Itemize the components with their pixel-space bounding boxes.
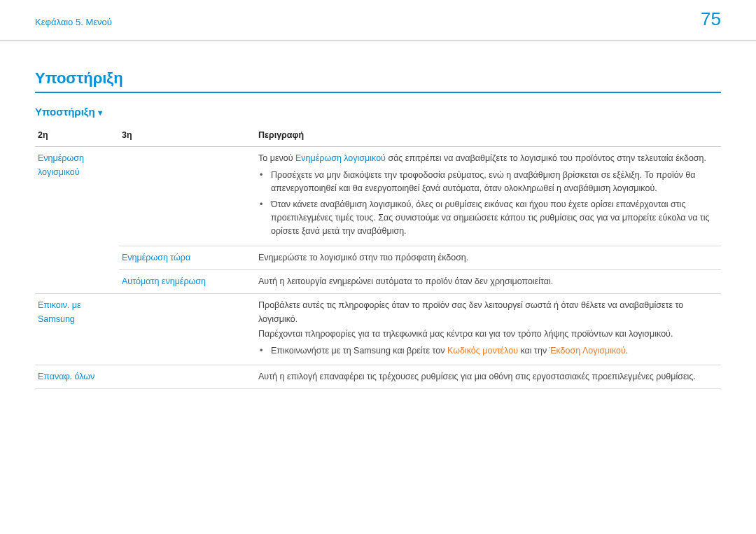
col-header-2: 2η: [35, 125, 119, 147]
chapter-label: Κεφάλαιο 5. Μενού: [35, 17, 112, 27]
contact-sw-version: Έκδοση Λογισμικού: [550, 346, 626, 356]
cell-reset-desc: Αυτή η επιλογή επαναφέρει τις τρέχουσες …: [255, 365, 721, 388]
main-title: Υποστήριξη: [35, 69, 721, 93]
contact-bullets: Επικοινωνήστε με τη Samsung και βρείτε τ…: [258, 344, 718, 358]
contact-p1: Προβάλετε αυτές τις πληροφορίες όταν το …: [258, 299, 718, 326]
row-auto-update: Αυτόματη ενημέρωση Αυτή η λειτουργία ενη…: [35, 270, 721, 294]
cell-auto-update-label: Αυτόματη ενημέρωση: [119, 270, 255, 294]
intro-link: Ενημέρωση λογισμικού: [295, 153, 386, 163]
bullet-2: Όταν κάνετε αναβάθμιση λογισμικού, όλες …: [268, 198, 718, 239]
intro-post: σάς επιτρέπει να αναβαθμίζετε το λογισμι…: [386, 153, 706, 163]
cell-reset-label: Επαναφ. όλων: [35, 365, 119, 388]
cell-update-now-label: Ενημέρωση τώρα: [119, 246, 255, 269]
sw-update-intro: Το μενού Ενημέρωση λογισμικού σάς επιτρέ…: [258, 152, 718, 165]
cell-update-now-desc: Ενημερώστε το λογισμικό στην πιο πρόσφατ…: [255, 246, 721, 269]
contact-b-post: .: [626, 346, 628, 356]
row-update-now: Ενημέρωση τώρα Ενημερώστε το λογισμικό σ…: [35, 246, 721, 269]
page-header: Κεφάλαιο 5. Μενού 75: [0, 0, 756, 41]
contact-b-mid: και την: [518, 346, 550, 356]
bullet-1: Προσέχετε να μην διακόψετε την τροφοδοσί…: [268, 169, 718, 196]
cell-empty: [35, 270, 119, 294]
row-software-update: Ενημέρωση λογισμικού Το μενού Ενημέρωση …: [35, 147, 721, 246]
sw-update-bullets: Προσέχετε να μην διακόψετε την τροφοδοσί…: [258, 169, 718, 239]
contact-bullet: Επικοινωνήστε με τη Samsung και βρείτε τ…: [268, 344, 718, 358]
cell-contact-desc: Προβάλετε αυτές τις πληροφορίες όταν το …: [255, 294, 721, 365]
row-reset-all: Επαναφ. όλων Αυτή η επιλογή επαναφέρει τ…: [35, 365, 721, 388]
chevron-down-icon: ▼: [97, 108, 104, 117]
cell-empty: [35, 246, 119, 269]
row-contact-samsung: Επικοιν. με Samsung Προβάλετε αυτές τις …: [35, 294, 721, 365]
content-area: Υποστήριξη Υποστήριξη▼ 2η 3η Περιγραφή Ε…: [0, 41, 756, 389]
sub-title-text: Υποστήριξη: [35, 106, 95, 118]
cell-contact-label: Επικοιν. με Samsung: [35, 294, 119, 365]
contact-p2: Παρέχονται πληροφορίες για τα τηλεφωνικά…: [258, 328, 718, 341]
col-header-3: 3η: [119, 125, 255, 147]
intro-pre: Το μενού: [258, 153, 295, 163]
contact-model-code: Κωδικός μοντέλου: [447, 346, 518, 356]
support-table: 2η 3η Περιγραφή Ενημέρωση λογισμικού Το …: [35, 125, 721, 389]
sub-title: Υποστήριξη▼: [35, 106, 721, 118]
page-number: 75: [701, 8, 721, 30]
cell-empty: [119, 147, 255, 246]
cell-empty: [119, 365, 255, 388]
table-header-row: 2η 3η Περιγραφή: [35, 125, 721, 147]
cell-sw-update-desc: Το μενού Ενημέρωση λογισμικού σάς επιτρέ…: [255, 147, 721, 246]
cell-empty: [119, 294, 255, 365]
col-header-desc: Περιγραφή: [255, 125, 721, 147]
cell-sw-update-label: Ενημέρωση λογισμικού: [35, 147, 119, 246]
cell-auto-update-desc: Αυτή η λειτουργία ενημερώνει αυτόματα το…: [255, 270, 721, 294]
contact-b-pre: Επικοινωνήστε με τη Samsung και βρείτε τ…: [271, 346, 447, 356]
